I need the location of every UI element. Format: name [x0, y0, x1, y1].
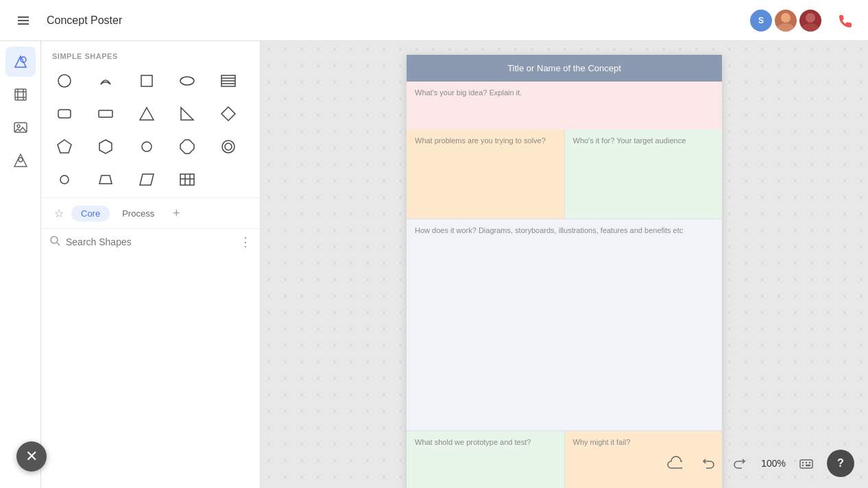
- shape-table-h[interactable]: [213, 66, 243, 96]
- svg-marker-30: [58, 140, 71, 153]
- shapes-panel: SIMPLE SHAPES: [41, 41, 261, 488]
- sidebar-item-shapes[interactable]: [5, 47, 36, 77]
- help-button[interactable]: ?: [827, 450, 854, 477]
- svg-point-35: [225, 143, 232, 150]
- svg-marker-38: [140, 174, 154, 185]
- svg-point-32: [142, 142, 152, 151]
- tab-core[interactable]: Core: [71, 206, 110, 221]
- svg-marker-28: [181, 108, 193, 120]
- shape-triangle[interactable]: [132, 99, 162, 129]
- document-title: Concept Poster: [47, 14, 739, 27]
- svg-point-6: [802, 23, 819, 32]
- sidebar-item-image[interactable]: [5, 112, 36, 143]
- svg-rect-39: [180, 174, 194, 185]
- search-icon: [49, 235, 60, 249]
- shape-parallelogram[interactable]: [132, 164, 162, 195]
- undo-button[interactable]: [695, 451, 720, 476]
- svg-marker-37: [99, 175, 112, 184]
- shape-arc[interactable]: [91, 66, 121, 96]
- sidebar-item-drawing[interactable]: [5, 145, 36, 175]
- shape-triangle-right[interactable]: [172, 99, 202, 129]
- shape-pentagon[interactable]: [49, 132, 80, 162]
- tab-add-button[interactable]: +: [167, 204, 186, 223]
- svg-point-17: [19, 158, 23, 162]
- avatar-s[interactable]: S: [750, 10, 772, 32]
- keyboard-button[interactable]: [794, 451, 819, 476]
- shape-circle-sm2[interactable]: [49, 164, 80, 195]
- shape-circle[interactable]: [49, 66, 80, 96]
- poster-row-2: What problems are you trying to solve? W…: [407, 130, 722, 219]
- tab-star[interactable]: ☆: [49, 204, 69, 223]
- poster-target: Who's it for? Your target audience: [565, 130, 723, 219]
- svg-point-36: [60, 175, 69, 184]
- shape-diamond[interactable]: [213, 99, 243, 129]
- svg-marker-27: [140, 108, 154, 120]
- poster-prototype: What shold we prototype and test?: [407, 431, 565, 488]
- tab-process[interactable]: Process: [112, 206, 164, 221]
- svg-rect-45: [800, 460, 812, 468]
- header: Concept Poster S: [0, 0, 868, 41]
- shapes-section-label: SIMPLE SHAPES: [41, 41, 260, 66]
- poster-title: Title or Name of the Concept: [407, 55, 722, 82]
- svg-point-18: [58, 75, 71, 87]
- svg-point-15: [17, 125, 20, 127]
- search-more-icon[interactable]: ⋮: [239, 234, 252, 249]
- shape-rect-rounded[interactable]: [49, 99, 80, 129]
- shape-circle-outline[interactable]: [213, 132, 243, 162]
- shape-octagon[interactable]: [172, 132, 202, 162]
- shapes-search-bar: ⋮: [41, 228, 260, 255]
- main-layout: SIMPLE SHAPES: [0, 41, 868, 488]
- shape-square[interactable]: [132, 66, 162, 96]
- svg-point-43: [51, 236, 58, 243]
- canvas-area[interactable]: Title or Name of the Concept What's your…: [261, 41, 868, 488]
- redo-button[interactable]: [728, 451, 753, 476]
- shape-table-grid[interactable]: [172, 164, 202, 195]
- svg-marker-29: [221, 107, 235, 121]
- shape-rect-wide[interactable]: [91, 99, 121, 129]
- svg-rect-25: [58, 110, 71, 118]
- svg-rect-9: [15, 89, 26, 100]
- concept-poster: Title or Name of the Concept What's your…: [407, 55, 722, 488]
- shapes-grid: [41, 66, 260, 195]
- shape-hexagon[interactable]: [91, 132, 121, 162]
- left-sidebar: [0, 41, 41, 488]
- shape-circle-sm[interactable]: [132, 132, 162, 162]
- sidebar-item-frame[interactable]: [5, 80, 36, 110]
- zoom-level: 100%: [761, 458, 786, 469]
- avatar-1[interactable]: [775, 10, 797, 32]
- search-input[interactable]: [66, 236, 234, 247]
- avatar-2[interactable]: [799, 10, 821, 32]
- close-panel-button[interactable]: ✕: [16, 441, 47, 472]
- menu-button[interactable]: [11, 8, 36, 33]
- svg-marker-31: [99, 140, 112, 154]
- shapes-tabs: ☆ Core Process +: [41, 197, 260, 228]
- svg-point-20: [180, 77, 194, 85]
- shape-trapezoid[interactable]: [91, 164, 121, 195]
- svg-point-3: [781, 13, 791, 23]
- phone-button[interactable]: [832, 8, 857, 33]
- poster-how-works: How does it work? Diagrams, storyboards,…: [407, 219, 722, 431]
- svg-rect-26: [99, 110, 112, 117]
- bottom-toolbar: 100% ?: [662, 450, 854, 477]
- cloud-save-button[interactable]: [662, 451, 687, 476]
- poster-big-idea: What's your big idea? Explain it.: [407, 82, 722, 130]
- shape-ellipse[interactable]: [172, 66, 202, 96]
- svg-marker-33: [180, 140, 194, 154]
- svg-marker-16: [14, 154, 27, 167]
- svg-rect-19: [141, 75, 152, 86]
- svg-point-5: [806, 13, 815, 23]
- collaborators: S: [750, 10, 821, 32]
- svg-point-4: [777, 23, 794, 32]
- svg-point-34: [222, 141, 234, 153]
- poster-problems: What problems are you trying to solve?: [407, 130, 565, 219]
- svg-line-44: [57, 243, 60, 245]
